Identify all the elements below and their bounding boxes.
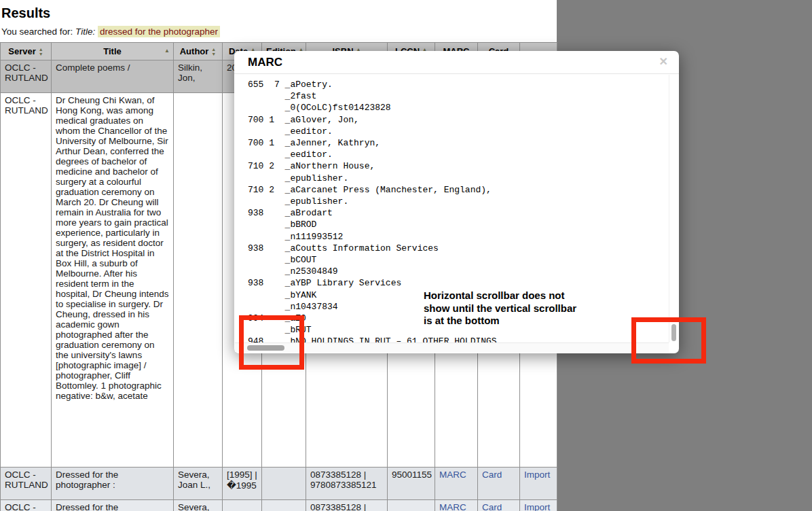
search-summary: You searched for: Title: dressed for the… — [1, 27, 220, 37]
marc-modal-title: MARC — [248, 56, 282, 69]
table-cell: 95001155 — [388, 468, 435, 500]
table-cell: Dressed for the photographer : — [52, 500, 174, 511]
marc-link[interactable]: MARC — [439, 502, 466, 511]
table-cell — [262, 500, 306, 511]
table-cell: Import — [520, 468, 557, 500]
search-summary-prefix: You searched for: — [1, 27, 75, 37]
page-title: Results — [1, 5, 557, 21]
close-icon[interactable]: ✕ — [659, 55, 668, 68]
table-row: OCLC - RUTLANDDressed for the photograph… — [1, 468, 557, 500]
vertical-scrollbar[interactable] — [669, 75, 678, 342]
column-header-label: Server — [8, 46, 35, 56]
table-cell — [388, 500, 435, 511]
card-link[interactable]: Card — [482, 502, 502, 511]
marc-link[interactable]: MARC — [439, 470, 466, 480]
table-cell: Severa, Joan L. — [174, 500, 223, 511]
search-field-label: Title: — [75, 27, 98, 37]
table-cell: Complete poems / — [52, 60, 174, 93]
marc-modal-header: MARC ✕ — [234, 51, 679, 74]
search-query-highlight: dressed for the photographer — [98, 26, 220, 37]
table-cell: Card — [478, 468, 520, 500]
table-cell: Dr Cheung Chi Kwan, of Hong Kong, was am… — [52, 93, 174, 468]
column-header-title[interactable]: Title▲ — [52, 43, 174, 60]
table-cell: OCLC - RUTLAND — [1, 93, 52, 468]
table-cell — [223, 500, 262, 511]
card-link[interactable]: Card — [482, 470, 502, 480]
column-header-label: Author — [180, 46, 209, 56]
table-cell: OCLC - RUTLAND — [1, 60, 52, 93]
red-highlight-box-vertical-scrollbar — [631, 317, 706, 364]
sort-both-icon: ▲▼ — [39, 47, 43, 56]
table-cell: 0873385128 | 9780873385121 — [306, 468, 388, 500]
import-link[interactable]: Import — [524, 470, 550, 480]
table-cell: MARC — [435, 468, 478, 500]
table-row: OCLC - RUTLANDDressed for the photograph… — [1, 500, 557, 511]
sort-ascending-icon: ▲ — [164, 48, 170, 54]
table-cell: Silkin, Jon, — [174, 60, 223, 93]
sort-both-icon: ▲▼ — [211, 47, 216, 56]
scrollbar-annotation-text: Horizontal scrollbar does not show until… — [424, 289, 587, 328]
column-header-server[interactable]: Server▲▼ — [1, 43, 52, 60]
import-link[interactable]: Import — [524, 502, 550, 511]
table-cell: Dressed for the photographer : — [52, 468, 174, 500]
table-cell — [262, 468, 306, 500]
column-header-label: Title — [103, 46, 122, 56]
table-cell — [174, 93, 223, 468]
table-cell: OCLC - RUTLAND — [1, 500, 52, 511]
table-cell: MARC — [435, 500, 478, 511]
table-cell: Card — [478, 500, 520, 511]
table-cell: Severa, Joan L., — [174, 468, 223, 500]
table-cell: OCLC - RUTLAND — [1, 468, 52, 500]
red-highlight-box-horizontal-scrollbar — [239, 315, 304, 370]
table-cell: 0873385128 | 9780873385121 — [306, 500, 388, 511]
column-header-author[interactable]: Author▲▼ — [174, 43, 223, 60]
table-cell: [1995] | �1995 — [223, 468, 262, 500]
table-cell: Import — [520, 500, 557, 511]
